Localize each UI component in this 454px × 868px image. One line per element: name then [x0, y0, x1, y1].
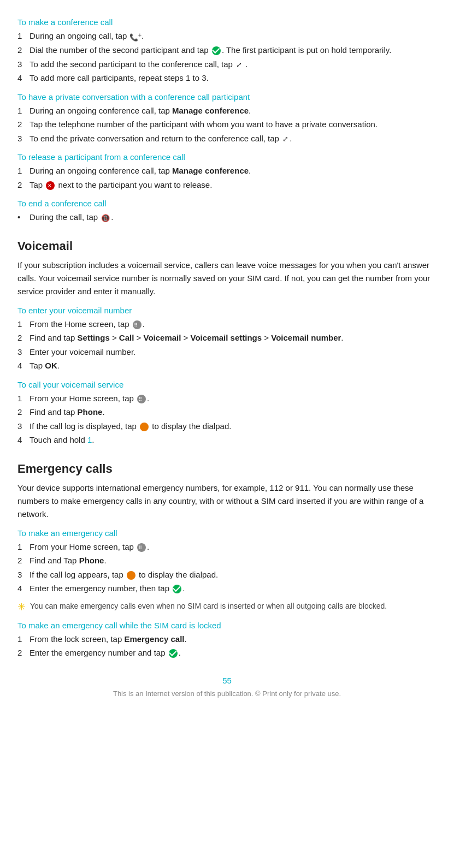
private-conv-heading: To have a private conversation with a co…: [17, 92, 437, 102]
step-item: 4 Tap OK.: [17, 360, 437, 372]
emergency-intro: Your device supports international emerg…: [17, 481, 437, 521]
end-call-icon: 📵: [101, 213, 110, 224]
tip-box: ✳ You can make emergency calls even when…: [17, 601, 437, 613]
end-conference-section: To end a conference call • During the ca…: [17, 199, 437, 224]
end-conference-heading: To end a conference call: [17, 199, 437, 208]
step-item: 1 During an ongoing conference call, tap…: [17, 105, 437, 117]
step-item: 2 Enter the emergency number and tap .: [17, 647, 437, 659]
step-item: 1 From the Home screen, tap .: [17, 318, 437, 331]
step-item: 1 During an ongoing conference call, tap…: [17, 165, 437, 177]
orange-grid-icon-2: [127, 571, 135, 580]
enter-voicemail-heading: To enter your voicemail number: [17, 306, 437, 315]
private-conv-steps: 1 During an ongoing conference call, tap…: [17, 105, 437, 145]
grid-icon-3: [137, 543, 146, 552]
step-item: 2 Find and tap Settings > Call > Voicema…: [17, 332, 437, 344]
step-item: 4 Enter the emergency number, then tap .: [17, 582, 437, 595]
call-voicemail-steps: 1 From your Home screen, tap . 2 Find an…: [17, 393, 437, 447]
voicemail-intro: If your subscription includes a voicemai…: [17, 259, 437, 298]
footer-text: This is an Internet version of this publ…: [17, 689, 437, 698]
merge-icon-2: ⤢: [282, 134, 288, 145]
emergency-sim-locked-heading: To make an emergency call while the SIM …: [17, 621, 437, 630]
step-item: 1 From the lock screen, tap Emergency ca…: [17, 633, 437, 646]
step-item: 4 Touch and hold 1.: [17, 434, 437, 447]
step-item: 1 During an ongoing call, tap 📞+.: [17, 30, 437, 43]
emergency-heading: Emergency calls: [17, 462, 437, 476]
orange-grid-icon: [140, 423, 149, 431]
merge-icon: ⤢: [236, 60, 242, 70]
step-item: 2 Tap next to the participant you want t…: [17, 179, 437, 192]
emergency-section: Emergency calls Your device supports int…: [17, 462, 437, 659]
tip-icon: ✳: [17, 601, 26, 613]
make-emergency-call-heading: To make an emergency call: [17, 528, 437, 538]
call-voicemail-heading: To call your voicemail service: [17, 380, 437, 389]
emergency-sim-locked-steps: 1 From the lock screen, tap Emergency ca…: [17, 633, 437, 659]
release-participant-heading: To release a participant from a conferen…: [17, 152, 437, 162]
step-item: 2 Find and Tap Phone.: [17, 555, 437, 567]
private-conversation-section: To have a private conversation with a co…: [17, 92, 437, 145]
end-conference-bullet: • During the call, tap 📵.: [17, 211, 437, 224]
voicemail-heading: Voicemail: [17, 239, 437, 253]
conference-section: To make a conference call 1 During an on…: [17, 17, 437, 85]
voicemail-section: Voicemail If your subscription includes …: [17, 239, 437, 447]
step-item: 3 Enter your voicemail number.: [17, 346, 437, 359]
page-number: 55: [17, 676, 437, 685]
step-item: 4 To add more call participants, repeat …: [17, 72, 437, 85]
call-voicemail-subsection: To call your voicemail service 1 From yo…: [17, 380, 437, 447]
phone-add-icon: 📞+: [129, 31, 141, 43]
bullet-item: • During the call, tap 📵.: [17, 211, 437, 224]
red-release-icon: [46, 181, 55, 190]
release-participant-steps: 1 During an ongoing conference call, tap…: [17, 165, 437, 191]
enter-voicemail-subsection: To enter your voicemail number 1 From th…: [17, 306, 437, 372]
grid-icon-2: [137, 395, 146, 403]
release-participant-section: To release a participant from a conferen…: [17, 152, 437, 191]
conference-call-steps: 1 During an ongoing call, tap 📞+. 2 Dial…: [17, 30, 437, 85]
enter-voicemail-steps: 1 From the Home screen, tap . 2 Find and…: [17, 318, 437, 372]
step-item: 3 To add the second participant to the c…: [17, 58, 437, 71]
step-item: 3 If the call log is displayed, tap to d…: [17, 420, 437, 433]
tip-text: You can make emergency calls even when n…: [30, 601, 387, 612]
green-call-icon-3: [169, 649, 178, 658]
conference-call-heading: To make a conference call: [17, 17, 437, 27]
make-emergency-call-steps: 1 From your Home screen, tap . 2 Find an…: [17, 541, 437, 595]
step-item: 2 Tap the telephone number of the partic…: [17, 118, 437, 131]
step-item: 1 From your Home screen, tap .: [17, 393, 437, 405]
grid-icon: [133, 320, 141, 329]
green-call-icon: [212, 46, 221, 55]
make-emergency-call-subsection: To make an emergency call 1 From your Ho…: [17, 528, 437, 613]
step-item: 1 From your Home screen, tap .: [17, 541, 437, 554]
green-call-icon-2: [173, 585, 181, 593]
step-item: 2 Dial the number of the second particip…: [17, 44, 437, 57]
emergency-sim-locked-subsection: To make an emergency call while the SIM …: [17, 621, 437, 659]
step-item: 3 To end the private conversation and re…: [17, 133, 437, 145]
step-item: 3 If the call log appears, tap to displa…: [17, 569, 437, 581]
step-item: 2 Find and tap Phone.: [17, 406, 437, 419]
